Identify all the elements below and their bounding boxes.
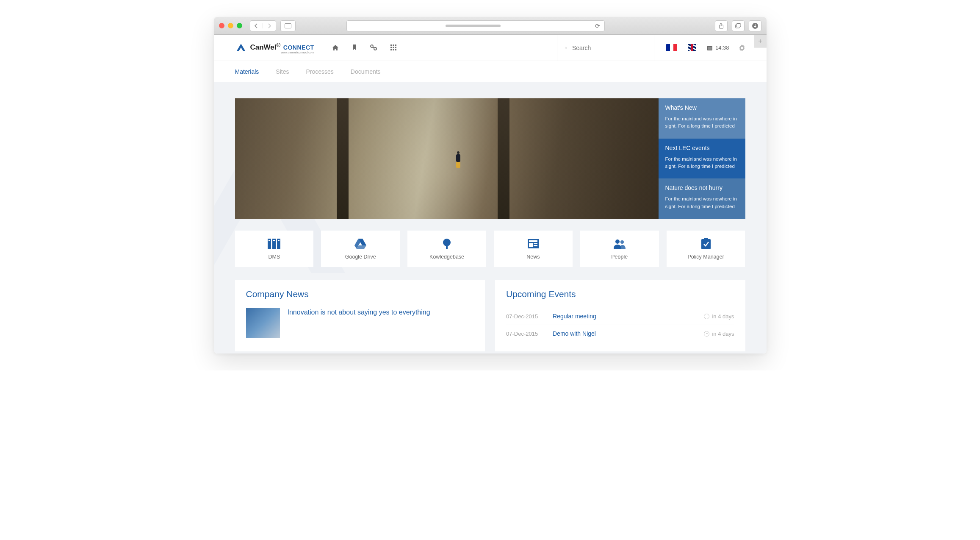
svg-rect-10 [393, 45, 394, 46]
svg-rect-13 [393, 47, 394, 48]
hero-card-body: For the mainland was nowhere in sight. F… [665, 195, 739, 210]
clock-icon [704, 331, 709, 337]
svg-rect-29 [446, 245, 448, 249]
svg-line-19 [566, 48, 567, 48]
tabs-button[interactable] [732, 20, 745, 31]
logo-mark-icon [235, 42, 247, 53]
minimize-window-button[interactable] [228, 23, 233, 28]
hero-card-nature[interactable]: Nature does not hurry For the mainland w… [659, 178, 745, 219]
flag-uk-icon[interactable] [687, 44, 698, 51]
svg-rect-26 [273, 240, 275, 241]
close-window-button[interactable] [219, 23, 224, 28]
hero-card-whats-new[interactable]: What's New For the mainland was nowhere … [659, 98, 745, 139]
tile-people[interactable]: People [580, 231, 659, 267]
event-title: Regular meeting [553, 313, 704, 320]
nav-processes[interactable]: Processes [306, 68, 333, 75]
tile-google-drive[interactable]: Google Drive [321, 231, 400, 267]
svg-rect-35 [534, 247, 537, 247]
content-area: What's New For the mainland was nowhere … [214, 82, 767, 354]
tile-label: Google Drive [345, 254, 376, 260]
logo[interactable]: CanWel® CONNECT www.canwelconnect.com [235, 42, 314, 53]
tile-label: News [526, 254, 540, 260]
svg-rect-11 [395, 45, 396, 46]
tile-dms[interactable]: DMS [235, 231, 314, 267]
hero-card-title: What's New [665, 104, 739, 111]
link-icon[interactable] [370, 45, 377, 51]
calendar-icon [707, 45, 713, 51]
maximize-window-button[interactable] [237, 23, 242, 28]
search-input[interactable] [572, 45, 646, 51]
logo-brand: CanWel [250, 43, 277, 51]
tile-policy-manager[interactable]: Policy Manager [667, 231, 745, 267]
svg-point-28 [443, 239, 451, 246]
hero-card-body: For the mainland was nowhere in sight. F… [665, 115, 739, 130]
logo-suffix: CONNECT [283, 44, 314, 51]
topbar-right: 14:38 [666, 44, 745, 51]
back-button[interactable] [250, 23, 263, 28]
time-text: 14:38 [715, 45, 729, 51]
news-thumbnail [246, 308, 280, 338]
home-icon[interactable] [332, 45, 339, 51]
flag-fr-icon[interactable] [666, 44, 677, 51]
url-bar[interactable]: ⟳ [346, 20, 605, 31]
event-date: 07-Dec-2015 [506, 331, 553, 337]
upcoming-events-panel: Upcoming Events 07-Dec-2015 Regular meet… [495, 280, 745, 351]
page-content: CanWel® CONNECT www.canwelconnect.com [214, 35, 767, 354]
event-row[interactable]: 07-Dec-2015 Regular meeting in 4 days [506, 308, 734, 325]
new-tab-button[interactable]: + [754, 35, 767, 47]
panel-heading: Company News [246, 289, 474, 299]
event-row[interactable]: 07-Dec-2015 Demo with Nigel in 4 days [506, 325, 734, 342]
svg-rect-17 [395, 49, 396, 50]
news-item[interactable]: Innovation is not about saying yes to ev… [246, 308, 474, 338]
hero-image [235, 98, 659, 219]
svg-point-37 [620, 240, 624, 244]
news-title: Innovation is not about saying yes to ev… [288, 308, 430, 317]
nav-documents[interactable]: Documents [351, 68, 381, 75]
panels-row: Company News Innovation is not about say… [235, 280, 745, 351]
event-date: 07-Dec-2015 [506, 313, 553, 320]
cabinet-icon [268, 238, 280, 250]
bookmark-icon[interactable] [352, 45, 357, 51]
browser-chrome: ⟳ [214, 17, 767, 35]
svg-rect-27 [278, 240, 280, 241]
svg-rect-33 [534, 243, 537, 244]
nav-materials[interactable]: Materials [235, 68, 259, 75]
svg-rect-34 [534, 245, 537, 246]
tree-icon [442, 238, 452, 250]
event-due: in 4 days [704, 331, 734, 337]
tile-label: DMS [269, 254, 280, 260]
browser-window: ⟳ + CanWel® CONNECT [214, 17, 767, 354]
clock-display: 14:38 [707, 45, 729, 51]
tile-news[interactable]: News [494, 231, 573, 267]
nav-history-buttons [250, 20, 276, 31]
forward-button[interactable] [263, 23, 276, 28]
topbar-icons [332, 45, 396, 51]
svg-point-36 [615, 239, 620, 244]
svg-rect-12 [390, 47, 392, 48]
svg-rect-38 [701, 239, 711, 249]
tile-label: People [611, 254, 628, 260]
people-icon [613, 238, 626, 250]
hero-card-lec-events[interactable]: Next LEC events For the mainland was now… [659, 139, 745, 179]
gear-icon[interactable] [739, 45, 745, 51]
reload-icon[interactable]: ⟳ [595, 22, 600, 29]
hero-card-title: Nature does not hurry [665, 184, 739, 191]
clipboard-check-icon [701, 238, 711, 250]
hero-card-title: Next LEC events [665, 145, 739, 151]
svg-rect-4 [736, 23, 741, 27]
google-drive-icon [354, 238, 366, 250]
search-field[interactable] [557, 35, 654, 61]
event-due: in 4 days [704, 313, 734, 320]
downloads-button[interactable] [749, 20, 761, 31]
tile-label: Kowledgebase [429, 254, 464, 260]
svg-rect-39 [704, 238, 708, 240]
main-nav: Materials Sites Processes Documents [214, 61, 767, 82]
nav-sites[interactable]: Sites [276, 68, 289, 75]
svg-rect-16 [393, 49, 394, 50]
tile-knowledgebase[interactable]: Kowledgebase [407, 231, 486, 267]
apps-grid-icon[interactable] [390, 45, 396, 51]
svg-rect-25 [269, 240, 270, 241]
sidebar-toggle-button[interactable] [280, 20, 296, 31]
share-button[interactable] [715, 20, 728, 31]
panel-heading: Upcoming Events [506, 289, 734, 299]
